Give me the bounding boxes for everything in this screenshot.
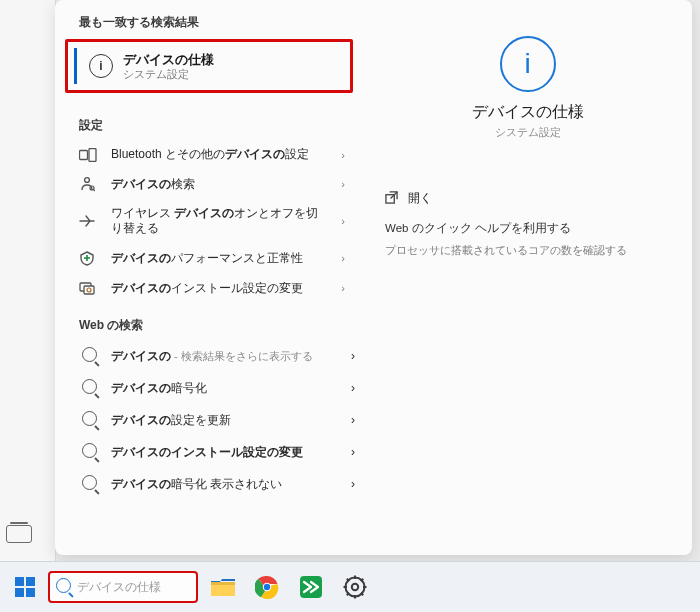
svg-rect-10 [211, 582, 235, 585]
start-button[interactable] [8, 570, 42, 604]
install-settings-icon [79, 280, 99, 296]
task-view-icon [6, 525, 32, 543]
svg-line-4 [93, 189, 95, 191]
left-rail [0, 0, 56, 563]
settings-item-bluetooth[interactable]: Bluetooth とその他のデバイスの設定 › [55, 140, 363, 169]
preview-title: デバイスの仕様 [363, 102, 692, 123]
taskbar-search-box[interactable]: デバイスの仕様 [48, 571, 198, 603]
web-item[interactable]: デバイスの設定を更新 › [55, 404, 363, 436]
chevron-right-icon: › [341, 215, 355, 227]
mobaxterm-button[interactable] [292, 568, 330, 606]
chevron-right-icon: › [351, 349, 355, 363]
svg-point-16 [352, 584, 358, 590]
best-match-subtitle: システム設定 [123, 68, 214, 81]
quick-help-item[interactable]: プロセッサに搭載されているコアの数を確認する [385, 244, 692, 258]
web-header: Web の検索 [55, 303, 363, 340]
settings-item-health[interactable]: デバイスのパフォーマンスと正常性 › [55, 243, 363, 273]
svg-rect-6 [84, 286, 94, 294]
best-match-title: デバイスの仕様 [123, 52, 214, 68]
taskbar: デバイスの仕様 [0, 561, 700, 612]
taskbar-search-value: デバイスの仕様 [77, 579, 161, 596]
chevron-right-icon: › [351, 445, 355, 459]
svg-rect-1 [89, 148, 96, 161]
web-item-label: デバイスの暗号化 [111, 381, 339, 396]
svg-point-13 [264, 584, 270, 590]
find-device-icon [79, 176, 99, 192]
settings-item-label: デバイスのインストール設定の変更 [111, 281, 329, 296]
settings-item-find-device[interactable]: デバイスの検索 › [55, 169, 363, 199]
open-button[interactable]: 開く [385, 190, 692, 207]
svg-point-2 [85, 178, 90, 183]
search-icon [79, 443, 99, 461]
web-item-label: デバイスのインストール設定の変更 [111, 445, 339, 460]
quick-help-header: Web のクイック ヘルプを利用する [385, 221, 692, 236]
bluetooth-devices-icon [79, 148, 99, 162]
best-match-highlight[interactable]: i デバイスの仕様 システム設定 [65, 39, 353, 93]
web-item-label: デバイスの暗号化 表示されない [111, 477, 339, 492]
windows-logo-icon [15, 577, 35, 597]
results-column: 最も一致する検索結果 i デバイスの仕様 システム設定 設定 Bluetooth [55, 0, 363, 555]
chrome-button[interactable] [248, 568, 286, 606]
settings-button[interactable] [336, 568, 374, 606]
svg-rect-0 [80, 150, 88, 159]
file-explorer-button[interactable] [204, 568, 242, 606]
search-icon [79, 379, 99, 397]
chrome-icon [255, 575, 279, 599]
settings-item-label: デバイスのパフォーマンスと正常性 [111, 251, 329, 266]
web-item[interactable]: デバイスのインストール設定の変更 › [55, 436, 363, 468]
health-icon [79, 250, 99, 266]
web-item-label: デバイスの設定を更新 [111, 413, 339, 428]
best-match-header: 最も一致する検索結果 [55, 0, 363, 37]
chevron-right-icon: › [351, 413, 355, 427]
settings-header: 設定 [55, 103, 363, 140]
settings-item-airplane[interactable]: ワイヤレス デバイスのオンとオフを切り替える › [55, 199, 363, 243]
preview-info-icon: i [500, 36, 556, 92]
settings-item-label: Bluetooth とその他のデバイスの設定 [111, 147, 329, 162]
chevron-right-icon: › [341, 252, 355, 264]
settings-item-label: ワイヤレス デバイスのオンとオフを切り替える [111, 206, 329, 236]
search-icon [79, 475, 99, 493]
preview-pane: i デバイスの仕様 システム設定 開く Web のクイック ヘルプを利用する プ… [363, 0, 692, 555]
settings-item-install-change[interactable]: デバイスのインストール設定の変更 › [55, 273, 363, 303]
info-icon: i [89, 54, 113, 78]
search-icon [79, 347, 99, 365]
web-item[interactable]: デバイスの - 検索結果をさらに表示する › [55, 340, 363, 372]
web-item[interactable]: デバイスの暗号化 表示されない › [55, 468, 363, 500]
gear-icon [343, 575, 367, 599]
search-flyout: 最も一致する検索結果 i デバイスの仕様 システム設定 設定 Bluetooth [55, 0, 692, 555]
open-icon [385, 191, 398, 207]
search-icon [56, 578, 71, 596]
chevron-right-icon: › [351, 477, 355, 491]
file-explorer-icon [210, 576, 236, 598]
web-item-label: デバイスの - 検索結果をさらに表示する [111, 349, 339, 364]
search-icon [79, 411, 99, 429]
chevron-right-icon: › [341, 282, 355, 294]
airplane-icon [79, 213, 99, 229]
task-view-button[interactable] [0, 515, 38, 553]
chevron-right-icon: › [351, 381, 355, 395]
web-item[interactable]: デバイスの暗号化 › [55, 372, 363, 404]
chevron-right-icon: › [341, 149, 355, 161]
chevron-right-icon: › [341, 178, 355, 190]
mobaxterm-icon [299, 575, 323, 599]
preview-subtitle: システム設定 [363, 125, 692, 140]
settings-item-label: デバイスの検索 [111, 177, 329, 192]
open-label: 開く [408, 190, 432, 207]
